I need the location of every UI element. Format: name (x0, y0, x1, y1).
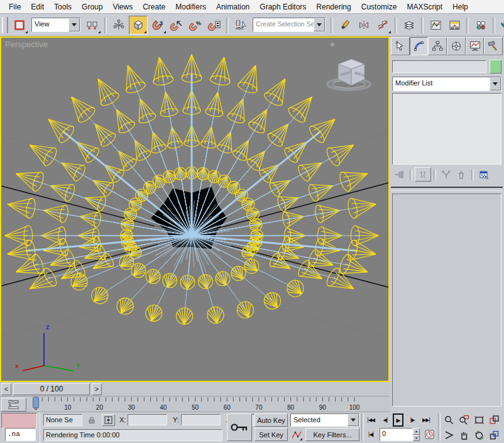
macro-recorder-pane[interactable] (1, 413, 37, 429)
key-filters-button[interactable]: Key Filters... (305, 428, 359, 441)
x-field[interactable] (128, 414, 167, 425)
modifier-stack[interactable] (392, 93, 501, 165)
render-button[interactable] (498, 16, 504, 34)
dropdown-arrow-icon[interactable] (348, 414, 359, 426)
selection-lock-button[interactable] (85, 414, 97, 426)
menu-item-maxscript[interactable]: MAXScript (402, 1, 447, 13)
angle-snap-button[interactable] (168, 16, 185, 34)
menu-item-modifiers[interactable]: Modifiers (170, 1, 211, 13)
track-bar-ruler[interactable]: 0102030405060708090100 (25, 397, 388, 412)
play-button[interactable]: ▶ (393, 413, 403, 427)
zoom-button[interactable] (441, 413, 456, 428)
menu-item-animation[interactable]: Animation (211, 1, 255, 13)
remove-modifier-button[interactable] (454, 168, 469, 181)
tab-modify[interactable] (410, 37, 429, 55)
zoom-all-button[interactable] (456, 413, 471, 428)
menu-item-file[interactable]: File (4, 1, 26, 13)
menu-item-tools[interactable]: Tools (49, 1, 77, 13)
orbit-icon (474, 430, 485, 440)
maxscript-listener[interactable]: .na (5, 428, 36, 441)
named-selection-sets-button[interactable]: { } ABC (232, 16, 249, 34)
y-field[interactable] (181, 414, 221, 425)
menu-item-create[interactable]: Create (138, 1, 170, 13)
spinner-snap-button[interactable] (205, 16, 223, 34)
absolute-offset-mode-button[interactable] (102, 414, 115, 426)
configure-modifier-sets-button[interactable] (476, 168, 491, 181)
spin-up-icon[interactable]: ▲ (413, 428, 420, 435)
dropdown-arrow-icon[interactable] (314, 18, 325, 31)
object-name-field[interactable] (392, 60, 486, 73)
time-slider-next-button[interactable]: > (92, 383, 102, 395)
current-frame-field[interactable]: 0 (380, 428, 413, 441)
previous-frame-button[interactable]: ◀| (380, 413, 391, 427)
make-unique-button[interactable] (439, 168, 454, 181)
selection-region-button[interactable] (11, 16, 28, 34)
mirror-button[interactable] (355, 16, 373, 34)
named-selection-set-combo[interactable]: Create Selection Set (253, 18, 326, 32)
menu-item-edit[interactable]: Edit (26, 1, 49, 13)
viewport-scene[interactable]: xyzRIGHTBACK (1, 38, 388, 381)
menu-bar: FileEditToolsGroupViewsCreateModifiersAn… (0, 0, 504, 14)
menu-item-customize[interactable]: Customize (356, 1, 402, 13)
next-frame-button[interactable]: |▶ (407, 413, 418, 427)
object-color-swatch[interactable] (490, 60, 501, 74)
go-to-start-button[interactable]: |◀◀ (364, 413, 377, 427)
menu-item-help[interactable]: Help (447, 1, 473, 13)
menu-item-graph-editors[interactable]: Graph Editors (255, 1, 311, 13)
percent-snap-icon: % (189, 19, 202, 31)
time-slider-handle[interactable]: 0 / 100 (13, 383, 90, 395)
layer-manager-button[interactable] (400, 16, 418, 34)
snaps-toggle-button[interactable] (129, 16, 148, 35)
zoom-extents-button[interactable] (471, 413, 486, 428)
set-keys-button[interactable] (227, 413, 252, 441)
select-and-manipulate-button[interactable] (110, 16, 128, 34)
toolbar-drag-handle[interactable] (2, 17, 8, 33)
auto-key-button[interactable]: Auto Key (255, 413, 288, 427)
viewport-label[interactable]: Perspective (5, 40, 48, 49)
tab-motion[interactable] (447, 37, 466, 55)
arc-rotate-button[interactable] (471, 428, 486, 443)
open-mini-curve-editor-button[interactable] (1, 398, 26, 412)
set-key-button[interactable]: Set Key (255, 428, 288, 441)
track-bar[interactable]: 0102030405060708090100 (0, 397, 390, 412)
spin-down-icon[interactable]: ▼ (413, 435, 420, 442)
spinner-snap-icon (207, 19, 221, 31)
menu-item-rendering[interactable]: Rendering (311, 1, 356, 13)
show-end-result-button[interactable] (415, 167, 431, 182)
align-button[interactable] (374, 16, 392, 34)
perspective-viewport[interactable]: xyzRIGHTBACK Perspective (0, 36, 390, 382)
svg-text:50: 50 (192, 404, 199, 411)
menu-item-group[interactable]: Group (77, 1, 107, 13)
tab-create[interactable] (391, 37, 410, 55)
use-pivot-center-button[interactable] (84, 16, 101, 34)
pan-view-button[interactable] (456, 428, 471, 443)
torch-tool-button[interactable] (336, 16, 354, 34)
pin-stack-button[interactable] (392, 168, 407, 181)
schematic-view-button[interactable] (446, 16, 463, 34)
dropdown-arrow-icon[interactable] (68, 18, 80, 31)
flyout-corner (163, 31, 166, 33)
default-in-out-tangents-button[interactable] (290, 428, 303, 441)
key-filter-dropdown[interactable]: Selected (290, 413, 359, 427)
zoom-extents-all-button[interactable] (486, 413, 501, 428)
time-configuration-button[interactable] (423, 428, 436, 441)
tab-display[interactable] (466, 37, 485, 55)
tab-hierarchy[interactable] (428, 37, 447, 55)
snap-3d-button[interactable]: 3 (149, 16, 167, 34)
curve-editor-button[interactable] (427, 16, 444, 34)
frame-spinner-arrows[interactable]: ▲ ▼ (413, 428, 420, 441)
field-of-view-button[interactable] (441, 428, 456, 443)
3dsmax-window: FileEditToolsGroupViewsCreateModifiersAn… (0, 0, 504, 443)
dropdown-arrow-icon[interactable] (490, 77, 501, 90)
menu-item-views[interactable]: Views (107, 1, 138, 13)
percent-snap-button[interactable]: % (187, 16, 204, 34)
min-max-toggle-button[interactable] (486, 428, 501, 443)
time-slider-prev-button[interactable]: < (1, 383, 11, 395)
material-editor-button[interactable] (472, 16, 490, 34)
rollout-area[interactable] (392, 194, 501, 407)
go-to-end-button[interactable]: ▶▶| (420, 413, 432, 427)
reference-coordinate-dropdown[interactable]: View (31, 18, 80, 32)
key-mode-toggle-button[interactable]: |◀| (364, 428, 377, 441)
modifier-list-dropdown[interactable]: Modifier List (392, 77, 501, 91)
tab-utilities[interactable] (484, 37, 503, 55)
